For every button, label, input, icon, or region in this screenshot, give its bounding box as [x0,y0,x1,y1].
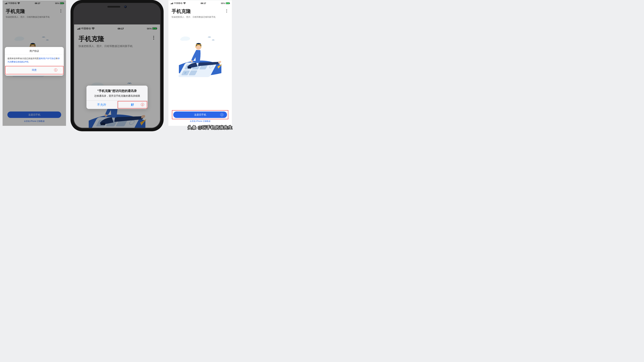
alert-message: 迁移通讯录，需开启手机克隆的通讯录权限 [86,94,148,100]
app-header: 手机克隆 快速把联系人、照片、日程等数据迁移到新手机 [2,5,66,20]
annotation-number-2: 2 [141,103,144,106]
signal-icon [5,2,8,4]
eula-link[interactable]: 最终用户许可协议 [39,57,56,60]
more-menu-button[interactable] [151,35,156,40]
app-header: 手机克隆 快速把联系人、照片、日程等数据迁移到新手机 [168,5,232,20]
hero-illustration [174,28,227,81]
agree-button[interactable]: 同意 [7,67,62,73]
svg-rect-31 [77,29,78,29]
carrier-label: 中国移动 [8,2,16,5]
watermark: 头条 @玩手机的张先生 [188,125,232,130]
wifi-icon [183,2,186,4]
status-bar: 中国移动 09:17 96% ⚡︎ [2,0,66,5]
battery-pct: 96% [221,2,225,4]
phone-frame: 中国移动 09:17 96% ⚡︎ 手机克隆 快速把联系 [70,0,164,131]
svg-rect-64 [196,44,202,45]
svg-point-17 [18,4,19,4]
old-phone-button[interactable]: 这是旧手机 [173,111,227,118]
user-agreement-sheet: 用户协议 使用本软件即表示您已阅读并同意最终用户许可协议和华为消费者业务隐私声明… [5,47,64,76]
contacts-permission-alert: "手机克隆"想访问您的通讯录 迁移通讯录，需开启手机克隆的通讯录权限 不允许 好… [86,86,148,109]
svg-rect-33 [79,28,79,29]
app-subtitle: 快速把联系人、照片、日程等数据迁移到新手机 [78,44,156,48]
clock: 09:17 [200,2,206,4]
svg-rect-14 [6,3,6,4]
svg-rect-28 [30,44,36,45]
old-phone-button[interactable]: 这是旧手机 [8,111,61,118]
app-title: 手机克隆 [78,34,156,43]
battery-icon: ⚡︎ [226,2,230,4]
battery-icon: ⚡︎ [60,2,64,4]
battery-icon: ⚡︎ [152,27,157,29]
clock: 09:17 [35,2,40,4]
svg-rect-16 [7,2,7,4]
allow-button[interactable]: 好 2 [117,100,148,109]
app-title: 手机克隆 [6,8,63,15]
svg-rect-49 [171,3,171,4]
svg-point-66 [180,38,186,41]
status-bar: 中国移动 09:17 96% ⚡︎ [74,24,160,31]
carrier-label: 中国移动 [81,27,91,30]
svg-rect-34 [80,28,80,29]
svg-rect-32 [78,28,78,29]
deny-button[interactable]: 不允许 [86,100,117,109]
wifi-icon [92,27,95,29]
app-subtitle: 快速把联系人、照片、日程等数据迁移到新手机 [172,15,228,18]
migrate-link[interactable]: 从其他 iPhone 迁移数据 [190,120,210,123]
svg-point-53 [184,4,185,4]
signal-icon [77,27,80,29]
wifi-icon [18,2,20,4]
battery-pct: 96% [147,27,152,30]
screenshot-1: 中国移动 09:17 96% ⚡︎ 手机克隆 快速把联系人、照片、日程等数据迁移… [2,0,66,126]
battery-pct: 96% [55,2,59,4]
screenshot-2: 中国移动 09:17 96% ⚡︎ 手机克隆 快速把联系 [74,24,160,128]
app-subtitle: 快速把联系人、照片、日程等数据迁移到新手机 [6,15,63,18]
status-bar: 中国移动 09:17 96% ⚡︎ [168,0,232,5]
more-menu-button[interactable] [58,9,63,13]
carrier-label: 中国移动 [174,2,182,5]
svg-rect-15 [6,3,6,4]
clock: 09:17 [118,27,124,30]
svg-rect-50 [171,3,172,4]
svg-rect-13 [5,3,5,4]
svg-point-35 [93,29,94,29]
alert-title: "手机克隆"想访问您的通讯录 [86,86,148,94]
svg-rect-51 [172,3,172,4]
more-menu-button[interactable] [224,9,229,13]
app-title: 手机克隆 [172,8,228,15]
sheet-title: 用户协议 [5,47,64,55]
svg-rect-52 [172,2,173,4]
app-header: 手机克隆 快速把联系人、照片、日程等数据迁移到新手机 [74,31,160,49]
screenshot-3: 中国移动 09:17 96% ⚡︎ 手机克隆 快速把联系人、照片、日程等数据迁移… [168,0,232,126]
signal-icon [171,2,173,4]
migrate-link[interactable]: 从其他 iPhone 迁移数据 [24,120,44,123]
sheet-body: 使用本软件即表示您已阅读并同意最终用户许可协议和华为消费者业务隐私声明。 [5,55,64,66]
svg-point-30 [14,38,20,41]
